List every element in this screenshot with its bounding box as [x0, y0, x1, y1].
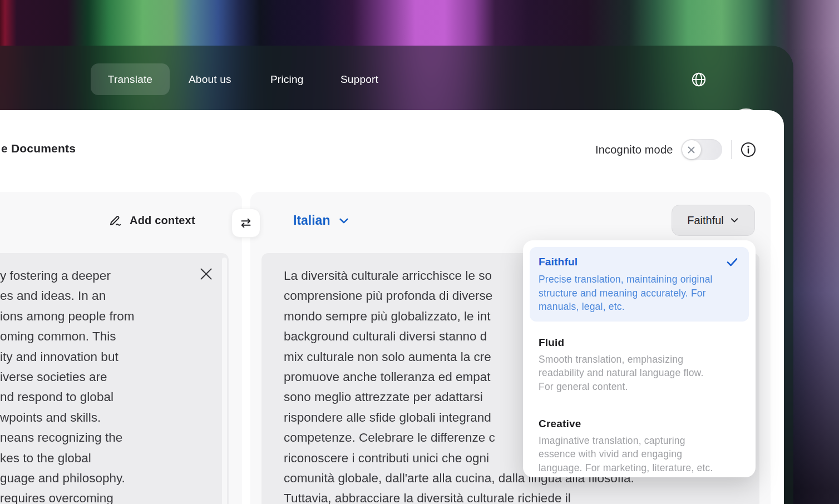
- dropdown-option-fluid[interactable]: Fluid Smooth translation, emphasizing re…: [530, 328, 749, 402]
- nav-item-translate[interactable]: Translate: [91, 63, 170, 95]
- dropdown-option-creative[interactable]: Creative Imaginative translation, captur…: [530, 409, 749, 483]
- source-scrollbar[interactable]: [222, 258, 227, 504]
- option-description: Imaginative translation, capturing essen…: [539, 434, 739, 475]
- option-title: Faithful: [539, 256, 578, 268]
- chevron-down-icon: [338, 215, 350, 227]
- option-description: Precise translation, maintaining origina…: [539, 273, 739, 314]
- add-context-label: Add context: [130, 214, 195, 227]
- incognito-toggle[interactable]: [681, 139, 722, 160]
- translation-style-label: Faithful: [687, 214, 724, 227]
- source-card: Add context y fostering a deeper es and …: [0, 192, 242, 504]
- swap-arrows-icon: [239, 216, 253, 230]
- toggle-knob: [682, 140, 701, 159]
- dropdown-option-faithful[interactable]: Faithful Precise translation, maintainin…: [530, 247, 749, 322]
- clear-source-icon[interactable]: [199, 266, 214, 281]
- nav-item-support[interactable]: Support: [340, 63, 378, 95]
- info-icon[interactable]: [741, 142, 756, 157]
- checkmark-icon: [726, 255, 739, 269]
- divider: [731, 140, 732, 159]
- x-mark-icon: [687, 146, 695, 154]
- add-context-button[interactable]: Add context: [108, 213, 195, 228]
- translator-panel: e Documents Incognito mode: [0, 110, 784, 504]
- chevron-down-icon: [729, 215, 739, 225]
- globe-icon[interactable]: [691, 72, 707, 87]
- app-window: Translate About us Pricing Support e Doc…: [0, 46, 793, 504]
- source-text: y fostering a deeper es and ideas. In an…: [0, 266, 134, 504]
- option-description: Smooth translation, emphasizing readabil…: [539, 353, 739, 394]
- top-navigation: Translate About us Pricing Support: [0, 46, 793, 110]
- nav-item-label: Translate: [108, 73, 152, 86]
- source-text-area[interactable]: y fostering a deeper es and ideas. In an…: [0, 253, 229, 504]
- option-title: Fluid: [539, 337, 564, 349]
- translation-style-dropdown: Faithful Precise translation, maintainin…: [523, 240, 756, 477]
- incognito-mode-label: Incognito mode: [595, 144, 673, 156]
- translation-style-button[interactable]: Faithful: [672, 205, 755, 236]
- target-language-label: Italian: [293, 213, 330, 228]
- pencil-icon: [108, 213, 123, 228]
- target-language-selector[interactable]: Italian: [293, 213, 350, 228]
- option-title: Creative: [539, 418, 581, 430]
- nav-item-pricing[interactable]: Pricing: [270, 63, 303, 95]
- swap-languages-button[interactable]: [231, 209, 260, 238]
- nav-item-about-us[interactable]: About us: [189, 63, 231, 95]
- documents-tab-fragment[interactable]: e Documents: [1, 142, 76, 155]
